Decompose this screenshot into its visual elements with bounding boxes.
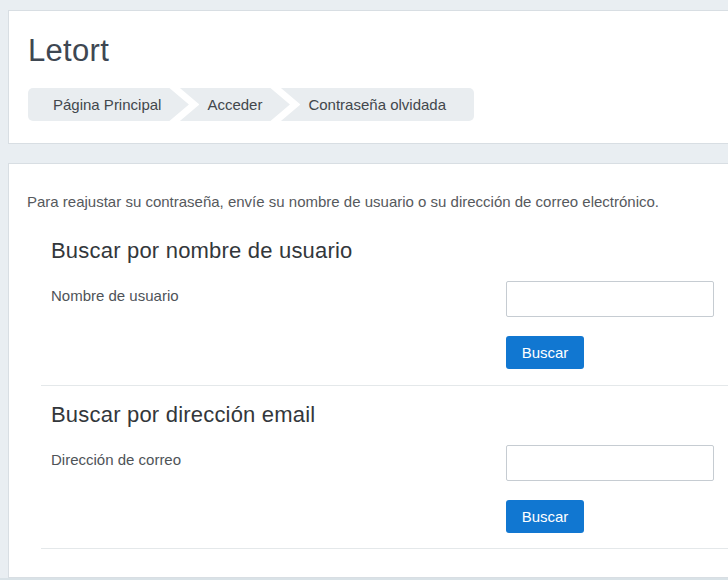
forgot-password-card: Para reajustar su contraseña, envíe su n… — [8, 163, 728, 578]
breadcrumb-current-page: Contraseña olvidada — [300, 88, 474, 121]
email-form-row: Dirección de correo — [51, 445, 728, 481]
email-field-label: Dirección de correo — [51, 445, 506, 468]
bottom-divider — [41, 548, 728, 549]
username-form-row: Nombre de usuario — [51, 281, 728, 317]
breadcrumb-chevron-icon — [270, 88, 300, 121]
section-divider — [41, 385, 728, 386]
email-section-heading: Buscar por dirección email — [51, 399, 728, 431]
search-by-username-section: Buscar por nombre de usuario Nombre de u… — [9, 235, 728, 369]
page-header-card: Letort Página Principal Acceder Contrase… — [8, 10, 728, 144]
breadcrumb-login-link[interactable]: Acceder — [199, 88, 270, 121]
search-username-button[interactable]: Buscar — [506, 336, 584, 369]
search-by-email-section: Buscar por dirección email Dirección de … — [9, 399, 728, 533]
username-button-row: Buscar — [51, 336, 728, 369]
email-input[interactable] — [506, 445, 714, 481]
instructions-text: Para reajustar su contraseña, envíe su n… — [9, 164, 728, 213]
site-title: Letort — [28, 32, 728, 70]
search-email-button[interactable]: Buscar — [506, 500, 584, 533]
username-input[interactable] — [506, 281, 714, 317]
username-section-heading: Buscar por nombre de usuario — [51, 235, 728, 267]
breadcrumb-home-link[interactable]: Página Principal — [28, 88, 169, 121]
breadcrumb: Página Principal Acceder Contraseña olvi… — [28, 88, 474, 121]
username-field-label: Nombre de usuario — [51, 281, 506, 304]
email-button-row: Buscar — [51, 500, 728, 533]
breadcrumb-chevron-icon — [169, 88, 199, 121]
